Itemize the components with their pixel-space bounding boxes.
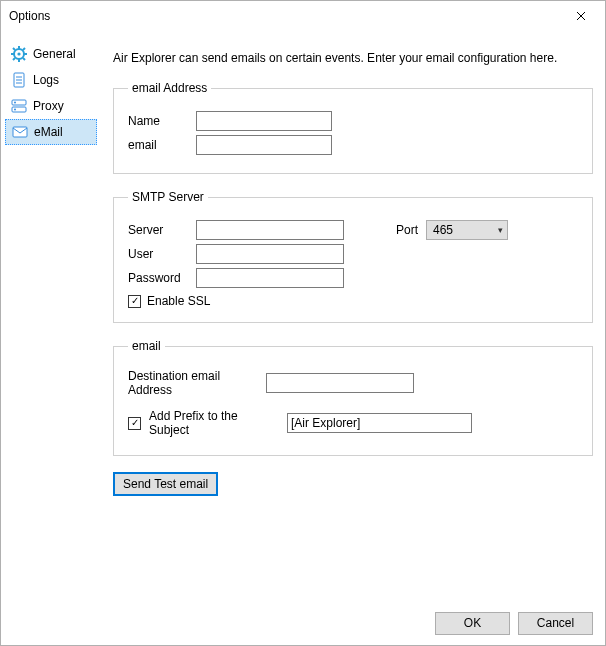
mail-icon xyxy=(12,124,28,140)
close-icon xyxy=(576,11,586,21)
cancel-button[interactable]: Cancel xyxy=(518,612,593,635)
destination-label: Destination email Address xyxy=(128,369,258,397)
sidebar: General Logs Proxy eMail xyxy=(1,31,101,601)
send-test-button[interactable]: Send Test email xyxy=(113,472,218,496)
fieldset-email: email Destination email Address ✓ Add Pr… xyxy=(113,339,593,456)
svg-line-8 xyxy=(23,48,25,50)
server-label: Server xyxy=(128,223,188,237)
sidebar-item-label: eMail xyxy=(34,125,63,139)
server-icon xyxy=(11,98,27,114)
add-prefix-label: Add Prefix to the Subject xyxy=(149,409,279,437)
destination-input[interactable] xyxy=(266,373,414,393)
svg-line-9 xyxy=(13,58,15,60)
fieldset-email-address: email Address Name email xyxy=(113,81,593,174)
name-label: Name xyxy=(128,114,188,128)
port-value: 465 xyxy=(433,223,453,237)
email-label: email xyxy=(128,138,188,152)
sidebar-item-proxy[interactable]: Proxy xyxy=(5,93,97,119)
add-prefix-checkbox[interactable]: ✓ xyxy=(128,417,141,430)
gear-icon xyxy=(11,46,27,62)
server-input[interactable] xyxy=(196,220,344,240)
svg-rect-18 xyxy=(13,127,27,137)
sidebar-item-general[interactable]: General xyxy=(5,41,97,67)
close-button[interactable] xyxy=(559,2,603,30)
user-input[interactable] xyxy=(196,244,344,264)
svg-point-1 xyxy=(17,52,20,55)
svg-line-6 xyxy=(13,48,15,50)
password-input[interactable] xyxy=(196,268,344,288)
sidebar-item-label: Proxy xyxy=(33,99,64,113)
document-icon xyxy=(11,72,27,88)
svg-line-7 xyxy=(23,58,25,60)
sidebar-item-label: Logs xyxy=(33,73,59,87)
panel-description: Air Explorer can send emails on certain … xyxy=(113,51,593,65)
sidebar-item-logs[interactable]: Logs xyxy=(5,67,97,93)
legend-smtp: SMTP Server xyxy=(128,190,208,204)
enable-ssl-label: Enable SSL xyxy=(147,294,210,308)
fieldset-smtp: SMTP Server Server Port 465 ▾ User Passw… xyxy=(113,190,593,323)
chevron-down-icon: ▾ xyxy=(498,225,503,235)
email-input[interactable] xyxy=(196,135,332,155)
legend-email-address: email Address xyxy=(128,81,211,95)
legend-email: email xyxy=(128,339,165,353)
svg-point-17 xyxy=(14,109,16,111)
sidebar-item-email[interactable]: eMail xyxy=(5,119,97,145)
port-select[interactable]: 465 ▾ xyxy=(426,220,508,240)
name-input[interactable] xyxy=(196,111,332,131)
enable-ssl-checkbox[interactable]: ✓ xyxy=(128,295,141,308)
window-title: Options xyxy=(9,9,559,23)
prefix-input[interactable] xyxy=(287,413,472,433)
ok-button[interactable]: OK xyxy=(435,612,510,635)
dialog-footer: OK Cancel xyxy=(1,601,605,645)
user-label: User xyxy=(128,247,188,261)
main-panel: Air Explorer can send emails on certain … xyxy=(101,31,605,601)
password-label: Password xyxy=(128,271,188,285)
port-label: Port xyxy=(396,223,418,237)
svg-point-16 xyxy=(14,102,16,104)
sidebar-item-label: General xyxy=(33,47,76,61)
titlebar: Options xyxy=(1,1,605,31)
